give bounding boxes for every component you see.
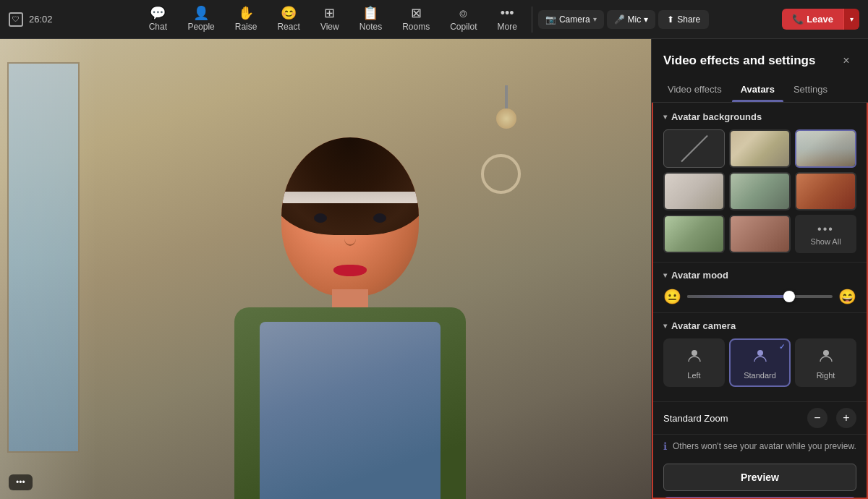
section-header-backgrounds-label: Avatar backgrounds: [671, 111, 762, 122]
mood-slider-track: [687, 295, 789, 298]
tab-video-effects[interactable]: Video effects: [659, 80, 731, 102]
avatar-shirt: [260, 322, 441, 499]
panel-close-button[interactable]: ×: [836, 51, 856, 71]
avatar-eye-left: [314, 213, 327, 223]
mood-slider-row: 😐 😄: [663, 288, 856, 305]
mood-slider-thumb: [783, 291, 795, 302]
camera-dropdown-arrow: ▾: [593, 15, 597, 23]
avatar-figure: [227, 137, 473, 499]
camera-option-standard[interactable]: ✓ Standard: [729, 338, 791, 387]
nav-chat[interactable]: 💬 Chat: [140, 3, 176, 35]
video-more-button[interactable]: •••: [9, 474, 33, 490]
chevron-down-icon: ▾: [663, 113, 667, 121]
share-button[interactable]: ⬆ Share: [658, 10, 709, 29]
react-icon: 😊: [281, 7, 297, 20]
camera-option-right[interactable]: Right: [795, 338, 856, 387]
camera-left-icon: [686, 347, 703, 368]
mood-slider[interactable]: [687, 295, 833, 298]
camera-options: Left ✓ Standard: [663, 338, 856, 387]
camera-standard-label: Standard: [744, 371, 776, 380]
side-panel: Video effects and settings × Video effec…: [651, 39, 868, 499]
backgrounds-grid: ••• Show All: [663, 129, 856, 253]
zoom-plus-button[interactable]: +: [836, 408, 856, 428]
show-all-dots-icon: •••: [817, 223, 834, 236]
more-icon: •••: [501, 7, 514, 20]
show-all-label: Show All: [810, 237, 841, 246]
svg-point-2: [823, 350, 829, 356]
nav-more[interactable]: ••• More: [489, 3, 526, 35]
tab-avatars[interactable]: Avatars: [732, 80, 783, 102]
nav-react-label: React: [277, 22, 299, 32]
view-icon: ⊞: [324, 7, 335, 20]
avatar-nose: [344, 231, 356, 246]
avatar-mood-section: ▾ Avatar mood 😐 😄: [653, 262, 867, 312]
nav-people[interactable]: 👤 People: [179, 3, 223, 35]
info-icon: ℹ: [663, 440, 667, 452]
info-row: ℹ Others won't see your avatar while you…: [653, 434, 867, 458]
bg-option-3[interactable]: [663, 172, 725, 210]
section-header-mood[interactable]: ▾ Avatar mood: [663, 270, 856, 281]
zoom-label: Standard Zoom: [663, 413, 728, 424]
avatar-headband: [281, 192, 419, 203]
standard-checkmark-icon: ✓: [779, 343, 785, 351]
bg-option-5[interactable]: [795, 172, 856, 210]
panel-tabs: Video effects Avatars Settings: [652, 71, 868, 102]
bg-option-4[interactable]: [729, 172, 791, 210]
section-header-backgrounds[interactable]: ▾ Avatar backgrounds: [663, 111, 856, 122]
camera-option-left[interactable]: Left: [663, 338, 725, 387]
leave-button[interactable]: 📞 Leave: [782, 9, 843, 30]
avatar-camera-section: ▾ Avatar camera Left: [653, 312, 867, 401]
chat-icon: 💬: [150, 7, 166, 20]
leave-arrow-icon: ▾: [850, 15, 854, 23]
topbar-actions: 📞 Leave ▾: [782, 9, 859, 30]
bg-option-none[interactable]: [663, 129, 725, 168]
share-icon: ⬆: [667, 14, 674, 25]
nav-view[interactable]: ⊞ View: [312, 3, 348, 35]
svg-point-1: [757, 350, 763, 356]
camera-label: Camera: [559, 14, 590, 25]
nav-react[interactable]: 😊 React: [268, 3, 308, 35]
nav-copilot[interactable]: ⌾ Copilot: [441, 3, 485, 35]
bg-option-show-all[interactable]: ••• Show All: [795, 215, 856, 253]
camera-standard-icon: [752, 347, 769, 368]
leave-group: 📞 Leave ▾: [782, 9, 859, 30]
panel-content: ▾ Avatar backgrounds: [652, 103, 868, 499]
mic-label: Mic: [628, 14, 642, 25]
mood-sad-icon: 😐: [663, 288, 681, 305]
nav-raise[interactable]: ✋ Raise: [226, 3, 266, 35]
nav-raise-label: Raise: [235, 22, 258, 32]
bg-option-2[interactable]: [795, 129, 856, 168]
avatar-eye-right: [373, 213, 386, 223]
bg-option-7[interactable]: [729, 215, 791, 253]
share-label: Share: [677, 14, 700, 25]
tab-settings[interactable]: Settings: [785, 80, 836, 102]
nav-people-label: People: [187, 22, 214, 32]
section-header-mood-label: Avatar mood: [671, 270, 728, 281]
zoom-minus-button[interactable]: −: [807, 408, 827, 428]
avatar-head: [281, 137, 419, 297]
leave-dropdown-button[interactable]: ▾: [843, 9, 859, 30]
nav-notes[interactable]: 📋 Notes: [351, 3, 391, 35]
notes-icon: 📋: [362, 7, 378, 20]
preview-button[interactable]: Preview: [663, 464, 856, 491]
nav-rooms[interactable]: ⊠ Rooms: [393, 3, 438, 35]
panel-title: Video effects and settings: [663, 54, 815, 68]
meeting-timer: 26:02: [29, 14, 53, 25]
more-dots-icon: •••: [16, 477, 25, 487]
bg-option-6[interactable]: [663, 215, 725, 253]
panel-header: Video effects and settings ×: [652, 39, 868, 71]
avatar-hair-top: [281, 137, 419, 235]
mood-chevron-icon: ▾: [663, 271, 667, 279]
mic-icon: 🎤: [614, 14, 625, 25]
section-header-camera[interactable]: ▾ Avatar camera: [663, 320, 856, 331]
bg-option-1[interactable]: [729, 129, 791, 168]
mic-button[interactable]: 🎤 Mic ▾: [607, 10, 656, 29]
nav-view-label: View: [320, 22, 339, 32]
app-logo: 🛡 26:02: [9, 12, 53, 27]
mic-dropdown-arrow: ▾: [644, 14, 648, 25]
people-icon: 👤: [193, 7, 209, 20]
camera-button[interactable]: 📷 Camera ▾: [538, 10, 604, 29]
room-pendant: [505, 85, 508, 129]
room-window: [7, 62, 80, 453]
section-header-camera-label: Avatar camera: [671, 320, 736, 331]
